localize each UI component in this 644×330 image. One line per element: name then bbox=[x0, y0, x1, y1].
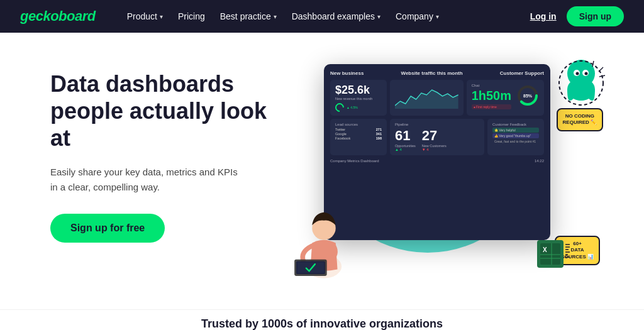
dashboard-section-traffic: Website traffic this month bbox=[401, 70, 463, 76]
hero-illustration: EASY TOSHARE NO CODINGREQUIRED ✏️ 60+DAT… bbox=[289, 58, 606, 297]
trust-text: Trusted by 1000s of innovative organizat… bbox=[8, 317, 636, 330]
customers-value: 27 bbox=[422, 128, 447, 144]
svg-point-12 bbox=[576, 72, 579, 75]
svg-text:X: X bbox=[543, 246, 547, 253]
revenue-widget: $25.6k New revenue this month ▲ 4.5% bbox=[330, 80, 387, 116]
hero-title: Data dashboards people actually look at bbox=[50, 70, 289, 152]
feedback-item-1: ⭐ Very helpful bbox=[492, 128, 539, 133]
revenue-label: New revenue this month bbox=[335, 97, 382, 101]
nav-item-dashboard-examples[interactable]: Dashboard examples ▾ bbox=[286, 8, 387, 25]
nav-item-product[interactable]: Product ▾ bbox=[121, 8, 169, 25]
person-illustration bbox=[289, 190, 358, 284]
navbar: geckoboard Product ▾ Pricing Best practi… bbox=[0, 0, 644, 33]
hero-left: Data dashboards people actually look at … bbox=[50, 58, 289, 243]
feedback-widget: Customer Feedback ⭐ Very helpful 👍 Very … bbox=[487, 119, 544, 155]
lead-sources-widget: Lead sources Twitter271 Google341 Facebo… bbox=[330, 119, 387, 155]
signup-button[interactable]: Sign up bbox=[567, 6, 624, 26]
cta-button[interactable]: Sign up for free bbox=[50, 214, 165, 243]
feedback-item-2: 👍 Very good "thumbs up" bbox=[492, 133, 539, 138]
dashboard-timestamp: 14:22 bbox=[535, 159, 544, 163]
chevron-down-icon: ▾ bbox=[160, 13, 163, 20]
pipeline-widget: Pipeline 61 Opportunities ▲ 4 27 New Cus… bbox=[390, 119, 484, 155]
nav-item-pricing[interactable]: Pricing bbox=[172, 8, 211, 25]
nav-item-company[interactable]: Company ▾ bbox=[389, 8, 445, 25]
hero-section: Data dashboards people actually look at … bbox=[0, 33, 644, 309]
chevron-down-icon: ▾ bbox=[377, 13, 380, 20]
svg-line-16 bbox=[599, 75, 605, 77]
chevron-down-icon: ▾ bbox=[436, 13, 439, 20]
svg-line-17 bbox=[592, 61, 594, 67]
excel-icon-illustration: X bbox=[534, 237, 572, 272]
pipeline-label: Pipeline bbox=[395, 123, 479, 126]
traffic-chart bbox=[395, 84, 458, 109]
dashboard-section-new-business: New business bbox=[330, 70, 364, 76]
support-label: Chat bbox=[472, 84, 511, 87]
lead-row-facebook: Facebook198 bbox=[335, 136, 382, 140]
nav-links: Product ▾ Pricing Best practice ▾ Dashbo… bbox=[121, 8, 530, 25]
login-button[interactable]: Log in bbox=[530, 11, 557, 21]
svg-rect-7 bbox=[297, 262, 324, 273]
svg-text:85%: 85% bbox=[523, 94, 533, 98]
svg-line-15 bbox=[599, 67, 603, 72]
nav-actions: Log in Sign up bbox=[530, 6, 624, 26]
feedback-item-3: Great, fast and to the point #1 bbox=[492, 139, 539, 144]
dashboard-section-support: Customer Support bbox=[500, 70, 544, 76]
lead-row-twitter: Twitter271 bbox=[335, 128, 382, 131]
ghost-illustration bbox=[556, 58, 606, 114]
hero-subtitle: Easily share your key data, metrics and … bbox=[50, 165, 239, 195]
lead-row-google: Google341 bbox=[335, 132, 382, 136]
trust-section: Trusted by 1000s of innovative organizat… bbox=[0, 309, 644, 330]
feedback-label: Customer Feedback bbox=[492, 123, 539, 126]
gauge-chart: 85% bbox=[516, 84, 539, 107]
support-widget: Chat 1h50m ● First reply time 85% bbox=[467, 80, 544, 116]
logo[interactable]: geckoboard bbox=[20, 8, 96, 25]
svg-point-13 bbox=[585, 72, 588, 75]
traffic-widget bbox=[390, 80, 464, 116]
support-time: 1h50m bbox=[472, 89, 511, 103]
nav-item-best-practice[interactable]: Best practice ▾ bbox=[214, 8, 283, 25]
lead-sources-label: Lead sources bbox=[335, 123, 382, 126]
chevron-down-icon: ▾ bbox=[274, 13, 277, 20]
opportunities-value: 61 bbox=[395, 128, 416, 144]
dashboard-footer-title: Company Metrics Dashboard bbox=[330, 159, 379, 163]
revenue-value: $25.6k bbox=[335, 84, 382, 97]
